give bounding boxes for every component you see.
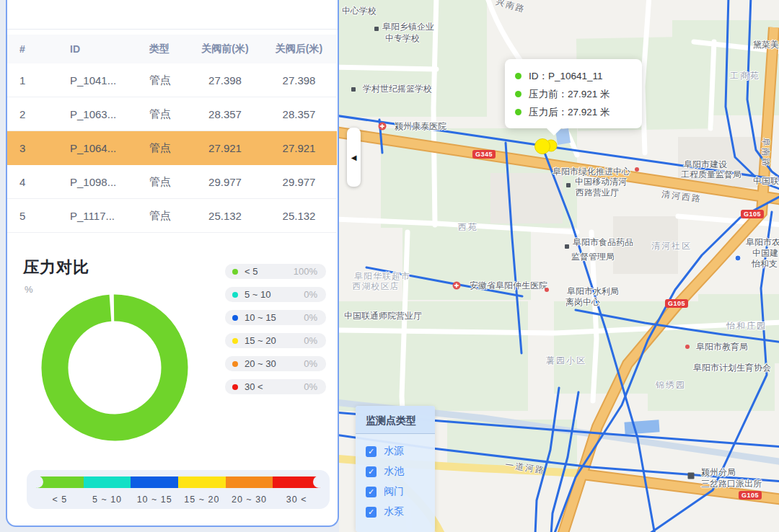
valve-result-table: # ID 类型 关阀前(米) 关阀后(米) 1 P_1041... 管点 27.… xyxy=(7,35,337,233)
tooltip-row: 压力后：27.921 米 xyxy=(515,103,632,121)
road-badge: G105 xyxy=(741,210,764,218)
map-canvas[interactable]: 中心学校 阜阳乡镇企业 中专学校 学村世纪摇篮学校 颍州康泰医院 西苑 阜阳市绿… xyxy=(339,0,779,532)
monitor-type-legend: 监测点类型 ✓ 水源 ✓ 水池 ✓ 阀门 ✓ 水泵 xyxy=(356,406,435,532)
legend-item[interactable]: 10 ~ 150% xyxy=(225,310,326,325)
monitor-type-checkbox-row[interactable]: ✓ 阀门 xyxy=(356,482,435,502)
legend-dot-icon xyxy=(232,315,238,321)
hospital-icon: ✚ xyxy=(453,282,461,290)
poi-label: 锦绣园 xyxy=(656,379,686,391)
pressure-legend: < 5100% 5 ~ 100% 10 ~ 150% 15 ~ 200% 20 … xyxy=(225,264,326,394)
poi-label: 怡和庄园 xyxy=(726,320,767,332)
school-icon xyxy=(374,27,379,31)
col-header-index: # xyxy=(19,43,70,55)
legend-item[interactable]: 30 <0% xyxy=(225,379,326,394)
monitor-type-checkbox-row[interactable]: ✓ 水池 xyxy=(356,461,435,482)
poi-label: 颍州分局 xyxy=(701,466,736,479)
road-badge: G105 xyxy=(739,491,762,500)
pressure-chart-title: 压力对比 xyxy=(23,257,89,278)
legend-dot-icon xyxy=(232,292,238,298)
table-row[interactable]: 5 P_1117... 管点 25.132 25.132 xyxy=(7,199,337,233)
school-icon xyxy=(351,87,356,92)
road-badge: G345 xyxy=(472,150,496,159)
poi-label: 薯园小区 xyxy=(546,355,586,367)
poi-label: 怡和支 xyxy=(752,258,778,270)
poi-label: 黛菜美 xyxy=(753,39,779,51)
poi-label: 清河社区 xyxy=(651,240,692,252)
police-station-icon xyxy=(688,473,695,479)
poi-label: 离岗中心 xyxy=(565,296,600,309)
poi-label: 中国联通师院营业厅 xyxy=(344,310,422,322)
poi-label: 监督管理局 xyxy=(571,251,615,263)
poi-dot-icon xyxy=(566,183,571,187)
chevron-left-icon: ◀ xyxy=(351,154,357,161)
poi-label: 西湖校区店 xyxy=(353,280,400,293)
scale-labels: < 5 5 ~ 10 10 ~ 15 15 ~ 20 20 ~ 30 30 < xyxy=(36,495,320,505)
legend-item[interactable]: < 5100% xyxy=(225,264,326,279)
col-header-after: 关阀后(米) xyxy=(261,43,337,56)
checkbox-checked-icon[interactable]: ✓ xyxy=(366,466,377,477)
poi-label: 中心学校 xyxy=(342,5,377,17)
panel-collapse-handle[interactable]: ◀ xyxy=(347,128,361,187)
scale-notch-right xyxy=(313,476,325,488)
scale-notch-left xyxy=(31,476,43,488)
green-dot-icon xyxy=(515,91,521,97)
poi-label: 工程质量监督局 xyxy=(681,169,741,181)
pressure-donut-chart xyxy=(39,292,190,443)
col-header-before: 关阀前(米) xyxy=(189,43,261,56)
road-badge: G105 xyxy=(665,299,688,308)
legend-item[interactable]: 5 ~ 100% xyxy=(225,287,326,302)
monitor-legend-title: 监测点类型 xyxy=(356,406,435,434)
green-dot-icon xyxy=(515,109,521,115)
poi-label: 阜阳市计划生育协会 xyxy=(693,362,771,374)
poi-dot-icon xyxy=(635,167,639,172)
monitor-type-checkbox-row[interactable]: ✓ 水泵 xyxy=(356,502,435,522)
checkbox-checked-icon[interactable]: ✓ xyxy=(366,446,377,457)
checkbox-checked-icon[interactable]: ✓ xyxy=(366,507,377,518)
panel-divider xyxy=(7,29,338,30)
table-row[interactable]: 4 P_1098... 管点 29.977 29.977 xyxy=(7,165,337,199)
col-header-type: 类型 xyxy=(135,43,189,56)
bank-icon xyxy=(735,255,741,262)
col-header-id: ID xyxy=(70,43,135,55)
monitor-type-checkbox-row[interactable]: ✓ 水源 xyxy=(356,441,435,461)
table-row[interactable]: 1 P_1041... 管点 27.398 27.398 xyxy=(7,63,337,97)
poi-label: 三岔路口派出所 xyxy=(701,478,762,490)
checkbox-checked-icon[interactable]: ✓ xyxy=(366,487,377,497)
table-row[interactable]: 2 P_1063... 管点 28.357 28.357 xyxy=(7,97,337,131)
node-tooltip: ID：P_10641_11 压力前：27.921 米 压力后：27.921 米 xyxy=(505,59,642,128)
hospital-icon: ✚ xyxy=(379,123,387,130)
legend-dot-icon xyxy=(232,384,238,390)
poi-label: 中国联 xyxy=(753,175,779,187)
poi-dot-icon xyxy=(685,345,690,349)
poi-dot-icon xyxy=(565,244,569,249)
left-panel: # ID 类型 关阀前(米) 关阀后(米) 1 P_1041... 管点 27.… xyxy=(6,0,339,527)
poi-label: 学村世纪摇篮学校 xyxy=(363,83,432,95)
table-header-row: # ID 类型 关阀前(米) 关阀后(米) xyxy=(7,35,337,63)
legend-dot-icon xyxy=(232,338,238,344)
legend-dot-icon xyxy=(232,361,238,367)
pressure-scale-bar: < 5 5 ~ 10 10 ~ 15 15 ~ 20 20 ~ 30 30 < xyxy=(27,470,330,509)
road-name-label: 阜南路 xyxy=(760,138,772,168)
poi-label: 安徽省阜阳仲生医院 xyxy=(470,280,547,292)
legend-dot-icon xyxy=(232,269,238,275)
scale-color-bar xyxy=(36,476,320,488)
green-dot-icon xyxy=(515,73,521,79)
poi-label: 阜阳市食品药品 xyxy=(573,236,633,249)
table-row-selected[interactable]: 3 P_1064... 管点 27.921 27.921 xyxy=(7,131,337,165)
pressure-chart-unit: % xyxy=(25,284,33,295)
legend-item[interactable]: 20 ~ 300% xyxy=(225,356,326,371)
poi-label: 西苑 xyxy=(458,221,478,234)
poi-label: 工商苑 xyxy=(730,70,760,82)
poi-label: 阜阳市教育局 xyxy=(696,341,748,353)
poi-dot-icon xyxy=(545,288,549,292)
tooltip-row: ID：P_10641_11 xyxy=(515,67,632,85)
poi-label: 中专学校 xyxy=(385,32,420,45)
poi-label: 阜阳乡镇企业 xyxy=(382,21,434,33)
legend-item[interactable]: 15 ~ 200% xyxy=(225,333,326,348)
poi-label: 西路营业厅 xyxy=(576,187,619,199)
poi-label: 颍州康泰医院 xyxy=(395,120,446,133)
tooltip-row: 压力前：27.921 米 xyxy=(515,85,632,103)
